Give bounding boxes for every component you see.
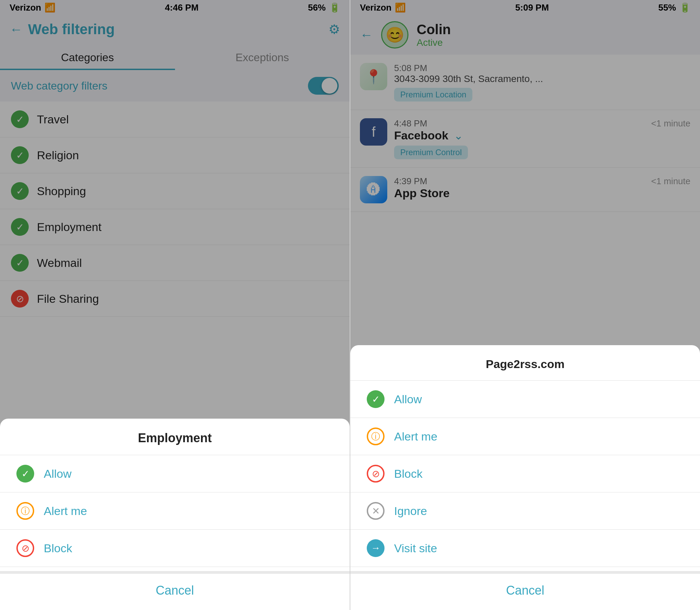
block-label: Block [44, 542, 72, 555]
right-panel: Verizon 📶 5:09 PM 55% 🔋 ← 😊 Colin Active… [350, 0, 700, 610]
ignore-label: Ignore [394, 504, 427, 518]
right-modal-cancel[interactable]: Cancel [350, 571, 700, 603]
modal-allow-option[interactable]: ✓ Allow [0, 455, 350, 492]
left-modal-sheet: Employment ✓ Allow ⓘ Alert me ⊘ Block Ca… [0, 419, 350, 610]
right-modal-block-option[interactable]: ⊘ Block [350, 455, 700, 492]
right-modal-sheet: Page2rss.com ✓ Allow ⓘ Alert me ⊘ Block … [350, 345, 700, 610]
allow-label: Allow [394, 393, 422, 406]
modal-block-option[interactable]: ⊘ Block [0, 530, 350, 567]
right-modal-ignore-option[interactable]: ✕ Ignore [350, 492, 700, 530]
right-modal-alertme-option[interactable]: ⓘ Alert me [350, 418, 700, 455]
right-modal-visitsite-option[interactable]: → Visit site [350, 530, 700, 567]
ignore-icon: ✕ [367, 502, 385, 520]
alertme-label: Alert me [394, 430, 438, 443]
block-label: Block [394, 467, 422, 480]
visit-site-label: Visit site [394, 542, 437, 555]
block-icon: ⊘ [16, 539, 34, 557]
alert-icon: ⓘ [16, 502, 34, 520]
allow-icon: ✓ [367, 390, 385, 408]
right-modal-title: Page2rss.com [350, 345, 700, 381]
allow-icon: ✓ [16, 465, 34, 483]
left-modal-overlay: Employment ✓ Allow ⓘ Alert me ⊘ Block Ca… [0, 0, 350, 610]
left-modal-title: Employment [0, 419, 350, 455]
left-panel: Verizon 📶 4:46 PM 56% 🔋 ← Web filtering … [0, 0, 350, 610]
right-modal-overlay: Page2rss.com ✓ Allow ⓘ Alert me ⊘ Block … [350, 0, 700, 610]
visit-site-icon: → [367, 539, 385, 557]
right-modal-allow-option[interactable]: ✓ Allow [350, 381, 700, 418]
allow-label: Allow [44, 467, 71, 480]
modal-alertme-option[interactable]: ⓘ Alert me [0, 492, 350, 530]
alertme-label: Alert me [44, 504, 87, 518]
alert-icon: ⓘ [367, 428, 385, 445]
block-icon: ⊘ [367, 465, 385, 483]
left-modal-cancel[interactable]: Cancel [0, 571, 350, 603]
